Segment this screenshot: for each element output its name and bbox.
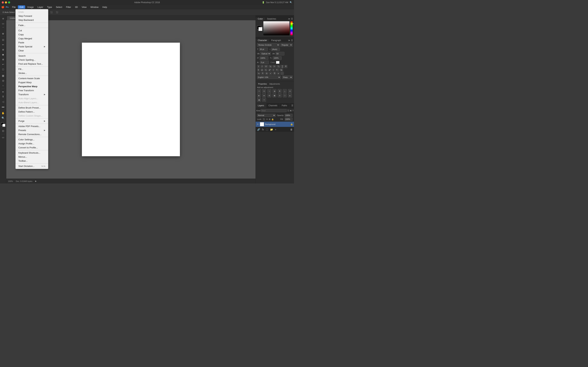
menu-view[interactable]: View	[80, 5, 88, 9]
adj-posterize[interactable]: ⬡	[283, 93, 287, 97]
add-style-btn[interactable]: fx	[261, 128, 265, 131]
filter-type-icon[interactable]: T	[293, 109, 294, 112]
adj-selective-color[interactable]: ✦	[262, 98, 266, 102]
color-gradient[interactable]	[263, 21, 289, 35]
lock-position-icon[interactable]: ✛	[266, 118, 268, 120]
zoom-tool[interactable]: 🔍	[1, 116, 5, 120]
menu-item-undo[interactable]: Undo	[16, 10, 48, 14]
menu-item-presets[interactable]: Presets ▶	[16, 128, 48, 132]
adj-hue-sat[interactable]: △	[283, 89, 287, 93]
menu-item-fill[interactable]: Fill...	[16, 67, 48, 71]
menu-layer[interactable]: Layer	[36, 5, 45, 9]
link-layers-btn[interactable]: 🔗	[256, 128, 261, 131]
old-style-btn[interactable]: st	[260, 68, 264, 71]
tab-properties[interactable]: Properties	[257, 83, 268, 85]
adj-bw[interactable]: ◐	[257, 93, 261, 97]
layer-background[interactable]: 👁 Background 🔒	[256, 122, 294, 127]
menu-item-step-forward[interactable]: Step Forward	[16, 14, 48, 18]
layer-visibility-icon[interactable]: 👁	[257, 123, 259, 125]
gradient-tool[interactable]: ▦	[1, 73, 5, 78]
kerning-select[interactable]: Optical	[260, 52, 271, 55]
menu-item-step-backward[interactable]: Step Backward	[16, 18, 48, 22]
minimize-button[interactable]	[5, 1, 7, 3]
menu-item-copy-merged[interactable]: Copy Merged	[16, 36, 48, 41]
antialias-select[interactable]: Sharp	[282, 75, 293, 79]
lock-pixels-icon[interactable]: ⬛	[263, 118, 265, 120]
scale-h-input[interactable]	[259, 56, 268, 60]
menu-file[interactable]: File	[10, 5, 17, 9]
blur-tool[interactable]: ◎	[1, 78, 5, 83]
titling-btn[interactable]: T↑	[275, 68, 279, 71]
menu-item-keyboard-shortcuts[interactable]: Keyboard Shortcuts...	[16, 151, 48, 155]
menu-item-remote-connections[interactable]: Remote Connections...	[16, 132, 48, 136]
menu-item-transform[interactable]: Transform ▶	[16, 92, 48, 96]
caps-btn[interactable]: TT	[264, 65, 268, 68]
adj-color-balance[interactable]: ⊕	[288, 89, 292, 93]
swash2-btn[interactable]: ↙	[269, 72, 272, 75]
menu-item-menus[interactable]: Menus...	[16, 155, 48, 159]
menu-item-define-brush[interactable]: Define Brush Preset...	[16, 106, 48, 110]
small-caps-btn[interactable]: Tt	[269, 65, 272, 68]
menu-edit[interactable]: Edit	[18, 5, 25, 9]
adj-vibrance[interactable]: ❋	[278, 89, 282, 93]
language-select[interactable]: English: USA	[257, 75, 281, 79]
type-tool[interactable]: T	[1, 95, 5, 99]
disc-frac-btn[interactable]: ½	[257, 72, 260, 75]
baseline-input[interactable]	[260, 61, 269, 64]
fill-input[interactable]	[285, 118, 293, 121]
menu-item-define-shape[interactable]: Define Custom Shape...	[16, 114, 48, 118]
menu-item-paste-special[interactable]: Paste Special ▶	[16, 45, 48, 49]
num-btn[interactable]: ①	[261, 72, 264, 75]
apple-menu[interactable]: 🍎	[1, 6, 4, 8]
font-family-select[interactable]: Niveau Grotesk	[257, 43, 280, 47]
color-swatches[interactable]	[257, 26, 262, 31]
scale-v-input[interactable]	[273, 56, 282, 60]
menu-item-define-pattern[interactable]: Define Pattern...	[16, 110, 48, 114]
close-button[interactable]	[2, 1, 4, 3]
adj-channel-mixer[interactable]: ⊞	[268, 93, 271, 97]
menu-item-find-replace[interactable]: Find and Replace Text...	[16, 62, 48, 66]
menu-item-purge[interactable]: Purge ▶	[16, 119, 48, 123]
hand-tool[interactable]: ✋	[1, 111, 5, 115]
sub-btn[interactable]: T₁	[277, 65, 280, 68]
menu-image[interactable]: Image	[26, 5, 35, 9]
tab-adjustments[interactable]: Adjustments	[268, 83, 281, 85]
screen-mode[interactable]: ▭	[1, 135, 5, 140]
canvas[interactable]	[82, 43, 180, 156]
align-center-v[interactable]: ⬛	[49, 11, 54, 14]
menu-item-perspective-warp[interactable]: Perspective Warp	[16, 84, 48, 88]
filter-pixel-icon[interactable]: ⬛	[287, 109, 290, 112]
alt-btn[interactable]: ◎	[265, 72, 268, 75]
move-tool[interactable]: ✛	[1, 17, 5, 21]
history-brush-tool[interactable]: ↩	[1, 62, 5, 67]
menu-item-fade[interactable]: Fade...	[16, 23, 48, 27]
eyedropper-tool[interactable]: ✏	[1, 42, 5, 47]
menu-item-content-aware-scale[interactable]: Content-Aware Scale	[16, 76, 48, 80]
panel-menu-icon[interactable]: ☰	[291, 18, 293, 20]
menu-item-auto-align[interactable]: Auto-Align Layers...	[16, 96, 48, 100]
layers-panel-menu[interactable]: ☰	[291, 103, 294, 108]
tab-character[interactable]: Character	[256, 39, 269, 42]
menu-item-pdf-presets[interactable]: Adobe PDF Presets...	[16, 124, 48, 128]
filter-adj-icon[interactable]: ◐	[290, 109, 292, 112]
kerning-input[interactable]	[276, 52, 284, 55]
menu-item-assign-profile[interactable]: Assign Profile...	[16, 142, 48, 146]
layers-filter-input[interactable]	[261, 109, 287, 112]
menu-item-auto-blend[interactable]: Auto-Blend Layers...	[16, 100, 48, 105]
delete-layer-btn[interactable]: 🗑	[289, 128, 293, 131]
lock-all-icon[interactable]: 🔒	[271, 118, 274, 120]
strikethrough-btn[interactable]: T̶	[284, 65, 287, 68]
eraser-tool[interactable]: ◻	[1, 67, 5, 71]
lasso-tool[interactable]: ⌒	[1, 26, 5, 31]
new-layer-btn[interactable]: +	[274, 128, 277, 131]
adj-exposure[interactable]: ◑	[272, 89, 276, 93]
tab-layers[interactable]: Layers	[256, 103, 266, 108]
panel-collapse-icon[interactable]: ≫	[288, 18, 290, 20]
tab-paragraph[interactable]: Paragraph	[269, 39, 283, 42]
adj-color-lookup[interactable]: ▣	[272, 93, 276, 97]
adj-curves[interactable]: ∿	[268, 89, 271, 93]
healing-tool[interactable]: ⊕	[1, 47, 5, 52]
blend-mode-select[interactable]: Normal	[257, 114, 276, 117]
adj-gradient-map[interactable]: ▦	[257, 98, 261, 102]
menu-item-check-spelling[interactable]: Check Spelling...	[16, 58, 48, 62]
